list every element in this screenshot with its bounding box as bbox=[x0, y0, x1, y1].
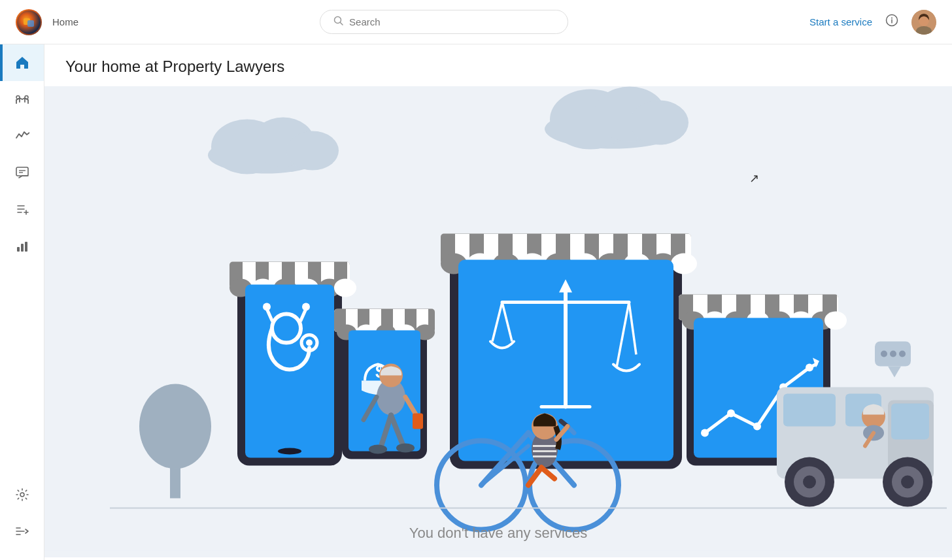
sidebar bbox=[0, 0, 44, 560]
svg-point-50 bbox=[334, 279, 356, 297]
sidebar-item-home[interactable] bbox=[0, 44, 44, 81]
sidebar-item-analytics[interactable] bbox=[0, 227, 44, 264]
page-title: Your home at Property Lawyers bbox=[65, 58, 931, 76]
svg-point-33 bbox=[630, 101, 688, 145]
svg-point-153 bbox=[369, 445, 387, 454]
sidebar-item-messages[interactable] bbox=[0, 154, 44, 191]
svg-point-59 bbox=[278, 448, 301, 455]
svg-rect-23 bbox=[25, 242, 27, 252]
svg-point-129 bbox=[727, 410, 735, 418]
svg-rect-13 bbox=[16, 167, 28, 176]
sidebar-item-settings[interactable] bbox=[0, 476, 44, 513]
svg-point-147 bbox=[890, 351, 896, 357]
sidebar-item-deals[interactable] bbox=[0, 81, 44, 118]
svg-point-125 bbox=[824, 312, 847, 330]
svg-rect-22 bbox=[21, 244, 24, 252]
sidebar-collapse-button[interactable] bbox=[0, 513, 44, 550]
svg-point-29 bbox=[286, 131, 339, 171]
hero-illustration: $ bbox=[44, 86, 952, 557]
svg-point-141 bbox=[901, 476, 914, 489]
svg-point-130 bbox=[753, 423, 761, 431]
svg-point-98 bbox=[671, 254, 697, 274]
svg-point-138 bbox=[803, 476, 816, 489]
search-input[interactable] bbox=[349, 16, 554, 27]
svg-point-154 bbox=[396, 444, 415, 453]
svg-rect-142 bbox=[783, 394, 836, 427]
page-header: Your home at Property Lawyers bbox=[44, 44, 952, 86]
svg-rect-135 bbox=[891, 404, 929, 440]
hero-section: $ bbox=[44, 86, 952, 557]
svg-point-24 bbox=[20, 493, 24, 497]
svg-point-132 bbox=[806, 364, 813, 372]
app-logo[interactable] bbox=[16, 9, 42, 35]
svg-point-57 bbox=[263, 303, 271, 311]
svg-point-128 bbox=[701, 429, 709, 437]
navbar-right: Start a service bbox=[809, 10, 936, 35]
sidebar-item-add[interactable] bbox=[0, 191, 44, 227]
svg-text:You don't have any services: You don't have any services bbox=[409, 525, 587, 541]
avatar[interactable] bbox=[911, 10, 936, 35]
svg-point-12 bbox=[25, 96, 28, 99]
start-service-button[interactable]: Start a service bbox=[809, 16, 872, 27]
search-bar[interactable] bbox=[320, 10, 568, 34]
search-icon bbox=[333, 16, 344, 28]
svg-point-7 bbox=[891, 18, 892, 19]
info-icon[interactable] bbox=[885, 14, 898, 30]
svg-point-148 bbox=[899, 351, 906, 357]
svg-point-58 bbox=[302, 303, 310, 311]
svg-point-54 bbox=[306, 340, 313, 346]
svg-rect-21 bbox=[17, 247, 20, 252]
home-nav-link[interactable]: Home bbox=[52, 16, 78, 27]
svg-point-146 bbox=[881, 351, 887, 357]
sidebar-bottom bbox=[0, 476, 44, 560]
svg-point-11 bbox=[16, 96, 20, 99]
main-content: Your home at Property Lawyers bbox=[44, 44, 952, 560]
svg-rect-2 bbox=[27, 20, 34, 27]
svg-line-4 bbox=[341, 23, 343, 25]
sidebar-item-activity[interactable] bbox=[0, 118, 44, 154]
navbar: Home Start a service bbox=[0, 0, 952, 44]
svg-point-35 bbox=[139, 384, 211, 469]
svg-rect-157 bbox=[413, 414, 423, 429]
